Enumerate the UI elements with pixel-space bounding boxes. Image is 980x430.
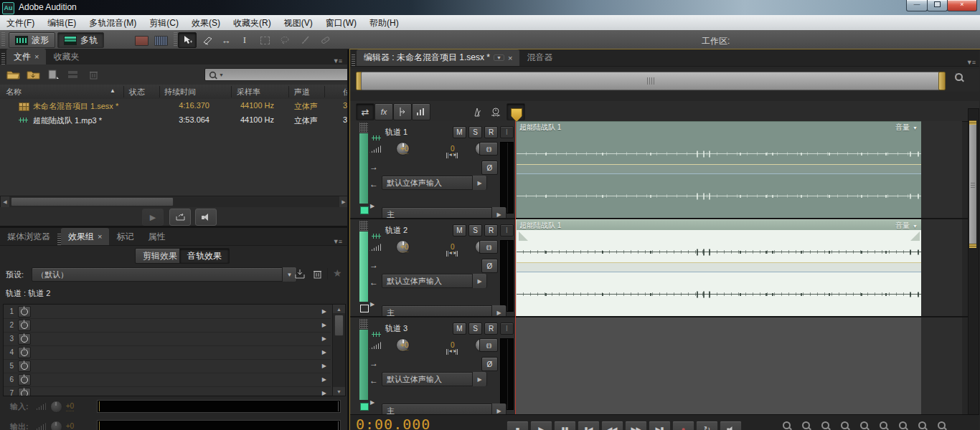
menu-window[interactable]: 窗口(W): [319, 16, 363, 30]
tab-properties[interactable]: 属性: [141, 228, 172, 245]
menu-clip[interactable]: 剪辑(C): [143, 16, 185, 30]
scroll-right-icon[interactable]: ▶: [339, 196, 347, 207]
record-button[interactable]: ●: [672, 421, 694, 430]
pan-envelope-line[interactable]: [517, 272, 922, 272]
solo-button[interactable]: S: [468, 224, 482, 236]
track-name[interactable]: 轨道 3: [385, 323, 407, 334]
close-icon[interactable]: ×: [508, 54, 512, 62]
zoom-in-point-button[interactable]: [778, 421, 795, 429]
effect-slot-row[interactable]: 5▶: [4, 359, 331, 373]
volume-value[interactable]: +0: [400, 341, 408, 350]
waveform-display-button[interactable]: [151, 33, 170, 49]
loop-preview-button[interactable]: [195, 209, 217, 226]
auto-play-button[interactable]: [169, 209, 191, 226]
slot-power-button[interactable]: [18, 374, 31, 386]
scroll-up-icon[interactable]: ▲: [333, 305, 345, 313]
track2-color-strip[interactable]: [359, 221, 368, 315]
track2-empty-area[interactable]: [921, 219, 962, 316]
track3-empty-area[interactable]: [921, 317, 962, 414]
track-minimize-box[interactable]: [360, 403, 369, 411]
zoom-selection-button[interactable]: [875, 421, 892, 429]
track-input-dropdown[interactable]: 默认立体声输入 ▶: [382, 372, 487, 386]
slot-menu-arrow-icon[interactable]: ▶: [322, 308, 326, 315]
slot-menu-arrow-icon[interactable]: ▶: [322, 322, 326, 328]
volume-value[interactable]: +0: [400, 243, 408, 252]
tab-mixer[interactable]: 混音器: [519, 49, 560, 66]
tab-editor[interactable]: 编辑器 : 未命名混音项目 1.sesx * ▼ ×: [357, 49, 519, 66]
menu-file[interactable]: 文件(F): [0, 16, 41, 30]
col-name[interactable]: 名称: [6, 87, 22, 97]
track3-empty-lane[interactable]: [516, 317, 921, 414]
fade-out-handle[interactable]: [910, 231, 920, 241]
column-divider[interactable]: [123, 86, 124, 97]
column-divider[interactable]: [231, 86, 232, 97]
zoom-out-horizontal-button[interactable]: [836, 421, 853, 429]
skip-selection-button[interactable]: [720, 421, 742, 430]
track3-color-strip[interactable]: [359, 319, 368, 413]
col-channels[interactable]: 声道: [294, 87, 310, 97]
zoom-in-button[interactable]: [894, 421, 911, 429]
editor-vertical-scrollbar[interactable]: [968, 108, 979, 416]
pan-envelope-line[interactable]: [517, 173, 922, 174]
zoom-navigate-button[interactable]: ¦: [955, 73, 966, 82]
automation-expand-icon[interactable]: ▶: [370, 399, 374, 406]
phase-invert-button[interactable]: Ø: [481, 259, 498, 273]
heal-tool-button[interactable]: [316, 32, 334, 48]
files-search-input[interactable]: ▼: [204, 68, 347, 81]
play-button[interactable]: ▶: [530, 421, 552, 430]
stop-button[interactable]: ■: [507, 421, 529, 430]
effect-slot-row[interactable]: 2▶: [4, 318, 331, 333]
record-arm-button[interactable]: R: [484, 126, 498, 138]
slot-power-button[interactable]: [18, 320, 31, 331]
col-bits[interactable]: 位: [343, 87, 347, 97]
spectral-display-button[interactable]: [132, 33, 151, 49]
zoom-out-button[interactable]: [913, 421, 930, 429]
column-divider[interactable]: [159, 86, 160, 97]
insert-into-multitrack-button[interactable]: [65, 67, 82, 82]
close-icon[interactable]: ×: [34, 52, 39, 61]
new-file-button[interactable]: [44, 67, 62, 82]
multitrack-view-button[interactable]: 多轨: [57, 32, 104, 48]
col-status[interactable]: 状态: [129, 87, 145, 97]
panel-menu-icon[interactable]: ▼≡: [966, 59, 975, 66]
search-options-arrow-icon[interactable]: ▼: [219, 72, 224, 77]
effect-slot-row[interactable]: 3▶: [4, 332, 331, 346]
slot-power-button[interactable]: [18, 388, 31, 397]
track1-color-strip[interactable]: [359, 123, 368, 216]
effect-slot-row[interactable]: 7▶: [4, 386, 331, 396]
playhead-line[interactable]: [515, 121, 516, 414]
close-button[interactable]: ×: [947, 0, 977, 11]
split-automation-button[interactable]: [393, 103, 412, 120]
phase-invert-button[interactable]: Ø: [481, 357, 498, 371]
solo-button[interactable]: S: [468, 322, 482, 335]
waveform-view-button[interactable]: 波形: [9, 32, 55, 48]
monitor-input-button[interactable]: I: [500, 322, 514, 335]
menu-effects[interactable]: 效果(S): [185, 16, 227, 30]
slot-menu-arrow-icon[interactable]: ▶: [322, 335, 326, 342]
clip-effects-button[interactable]: 剪辑效果: [135, 248, 185, 264]
track-name[interactable]: 轨道 1: [385, 127, 407, 138]
ibeam-tool-button[interactable]: I: [235, 32, 254, 48]
column-divider[interactable]: [324, 86, 325, 97]
monitor-input-button[interactable]: I: [500, 126, 514, 138]
sum-to-mono-button[interactable]: ((·)): [479, 142, 498, 156]
scrollbar-thumb[interactable]: [334, 315, 344, 336]
col-sample-rate[interactable]: 采样率: [237, 87, 260, 97]
metronome-button[interactable]: [468, 103, 486, 120]
phase-invert-button[interactable]: Ø: [481, 161, 498, 175]
open-file-button[interactable]: [4, 67, 22, 82]
track-effects-button[interactable]: 音轨效果: [179, 248, 230, 264]
menu-multitrack[interactable]: 多轨混音(M): [83, 16, 143, 30]
zoom-out-point-button[interactable]: [797, 421, 814, 429]
loop-playback-button[interactable]: ↻: [696, 421, 718, 430]
chevron-down-icon[interactable]: ▼: [913, 125, 918, 130]
slot-menu-arrow-icon[interactable]: ▶: [322, 390, 326, 396]
sum-to-mono-button[interactable]: ((·)): [479, 240, 498, 254]
import-file-button[interactable]: [24, 67, 42, 82]
slot-power-button[interactable]: [18, 333, 31, 345]
monitor-input-button[interactable]: I: [500, 224, 514, 236]
files-horizontal-scrollbar[interactable]: ◀ ▶: [0, 196, 347, 208]
slot-menu-arrow-icon[interactable]: ▶: [322, 363, 326, 369]
slot-menu-arrow-icon[interactable]: ▶: [322, 376, 326, 383]
pan-value[interactable]: 0: [451, 145, 455, 154]
